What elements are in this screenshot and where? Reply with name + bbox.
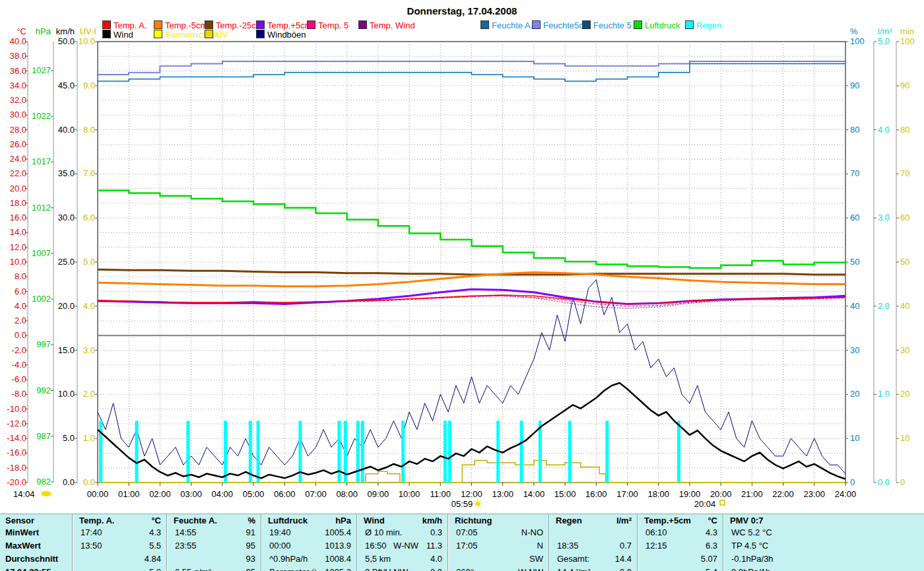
axis-label-degC: 6.0	[15, 286, 26, 296]
table-cell-value: 1005.4	[263, 527, 351, 537]
axis-label-uvi: 2.0	[83, 389, 95, 399]
series-regen-bar	[677, 420, 680, 483]
axis-label-degC: 18.0	[10, 198, 26, 208]
axis-label-degC: -6.0	[12, 374, 26, 384]
axis-label-uvi: 0.0	[83, 477, 95, 487]
axis-label-pct: 50	[850, 257, 859, 267]
table-cell-value: 5.5	[74, 541, 161, 551]
axis-label-min: 90	[900, 81, 909, 90]
table-cell-value: 4.84	[74, 554, 161, 564]
table-cell-time: WC 5.2 °C	[731, 527, 772, 537]
table-row-label: 17.04 23:55	[5, 567, 51, 571]
x-axis-label: 02:00	[149, 489, 171, 499]
table-column-separator	[356, 514, 358, 571]
series-regen-bar	[186, 420, 189, 483]
axis-label-kmh: 25.0	[58, 257, 75, 267]
axis-label-uvi: 3.0	[83, 345, 95, 355]
x-axis-label: 00:00	[87, 489, 109, 499]
series-regen-bar	[401, 420, 405, 483]
series-regen-bar	[224, 420, 227, 483]
axis-label-hPa: 1012	[32, 203, 51, 213]
axis-label-degC: 32.0	[10, 95, 26, 105]
series-regen-bar	[337, 420, 341, 483]
axis-label-degC: 30.0	[10, 110, 26, 119]
table-cell-value: 4.0	[358, 554, 442, 564]
sunset-icon	[720, 500, 725, 505]
axis-label-min: 10	[900, 433, 909, 443]
axis-label-degC: -16.0	[7, 448, 26, 457]
sunrise-icon-ray	[480, 506, 481, 507]
table-cell-time: -0.1hPa/3h	[731, 554, 774, 564]
axis-label-kmh: 5.0	[63, 433, 75, 443]
axis-label-lm2: 1.0	[878, 389, 890, 399]
table-cell-value: 5.07	[639, 554, 717, 564]
x-axis-label: 14:00	[523, 489, 545, 499]
axis-unit-degC: °C	[16, 26, 26, 36]
axis-label-uvi: 1.0	[83, 433, 95, 443]
x-axis-label: 19:00	[679, 489, 701, 499]
series-regen-bar	[444, 420, 447, 483]
axis-label-degC: -14.0	[7, 433, 26, 443]
axis-unit-pct: %	[850, 26, 858, 36]
axis-label-degC: 16.0	[10, 213, 26, 222]
axis-label-hPa: 982	[36, 477, 51, 487]
x-axis-label: 03:00	[180, 489, 202, 499]
table-cell-time: TP 4.5 °C	[731, 541, 768, 551]
series-regen-bar	[539, 420, 542, 483]
table-column-separator	[637, 514, 638, 571]
series-temp-25cm	[98, 269, 845, 275]
table-column-unit: °C	[74, 516, 161, 525]
axis-unit-uvi: UV-I	[80, 26, 96, 36]
table-cell-value: SW	[449, 554, 543, 564]
axis-label-pct: 80	[850, 125, 859, 135]
sunrise-icon-ray	[475, 500, 476, 502]
axis-label-degC: 22.0	[10, 168, 26, 178]
axis-label-hPa: 1007	[32, 248, 51, 258]
moonset-icon	[41, 491, 51, 496]
x-axis-label: 11:00	[430, 489, 451, 499]
series-regen-bar	[361, 420, 364, 483]
series-regen-bar	[356, 420, 360, 483]
table-row-label: MinWert	[5, 527, 39, 537]
axis-label-kmh: 20.0	[58, 301, 75, 311]
axis-label-hPa: 997	[36, 339, 51, 349]
axis-label-kmh: 0.0	[63, 477, 75, 487]
x-axis-label: 05:00	[243, 489, 265, 499]
x-axis-label: 01:00	[118, 489, 140, 499]
x-axis-label: 18:00	[647, 489, 669, 499]
axis-label-uvi: 5.0	[83, 257, 95, 267]
table-cell-value: 95	[168, 541, 255, 551]
x-axis-label: 06:00	[274, 489, 296, 499]
series-regen-bar	[520, 420, 523, 483]
table-column-separator	[72, 514, 73, 571]
axis-label-degC: 20.0	[10, 184, 26, 193]
sunrise-icon	[476, 502, 480, 506]
axis-label-kmh: 45.0	[58, 81, 75, 90]
table-column-separator	[548, 514, 550, 571]
axis-label-degC: 38.0	[10, 51, 26, 61]
axis-label-degC: -18.0	[7, 463, 26, 473]
table-cell-value: 1005.2	[263, 567, 351, 571]
axis-label-uvi: 6.0	[83, 213, 95, 222]
table-cell-value: 0.0	[550, 567, 632, 571]
axis-label-degC: 40.0	[10, 36, 26, 46]
moonset-time: 14:04	[13, 489, 35, 499]
axis-label-lm2: 2.0	[878, 301, 890, 311]
axis-label-lm2: 5.0	[878, 36, 890, 46]
table-column-unit: km/h	[358, 516, 442, 525]
table-column-unit: %	[168, 516, 255, 525]
x-axis-label: 17:00	[616, 489, 638, 499]
weather-chart: °C40.038.036.034.032.030.028.026.024.022…	[0, 0, 924, 514]
axis-label-uvi: 4.0	[83, 301, 95, 311]
table-cell-value: 0.7	[550, 541, 632, 551]
axis-label-kmh: 35.0	[58, 168, 75, 178]
axis-label-degC: 36.0	[10, 66, 26, 76]
axis-label-hPa: 1002	[32, 294, 51, 304]
axis-label-pct: 90	[850, 81, 859, 90]
axis-label-degC: -2.0	[12, 345, 26, 355]
table-cell-value: 93	[168, 554, 255, 564]
axis-label-degC: -20.0	[7, 477, 26, 487]
x-axis-label: 09:00	[368, 489, 389, 499]
series-regen-bar	[135, 420, 139, 483]
x-axis-label: 23:00	[804, 489, 826, 499]
